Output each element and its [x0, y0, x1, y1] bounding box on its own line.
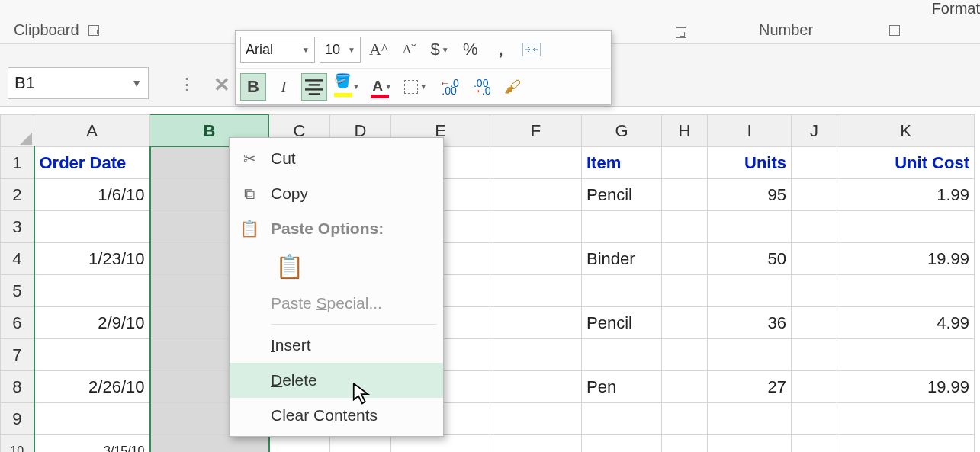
cell[interactable]: Binder: [582, 243, 662, 275]
cell[interactable]: [662, 339, 708, 371]
cell[interactable]: [662, 371, 708, 403]
cell[interactable]: [330, 435, 391, 453]
cell[interactable]: [490, 179, 582, 211]
clipboard-dialog-launcher[interactable]: [88, 25, 99, 36]
col-header-I[interactable]: I: [708, 115, 792, 147]
comma-format-button[interactable]: ,: [488, 36, 514, 63]
row-header[interactable]: 8: [1, 371, 34, 403]
cell[interactable]: [269, 435, 330, 453]
cell[interactable]: [792, 147, 837, 179]
fill-color-button[interactable]: 🪣 ▼: [332, 73, 364, 101]
cell[interactable]: [391, 435, 490, 453]
cell[interactable]: [837, 403, 975, 435]
borders-button[interactable]: ▼: [400, 73, 431, 101]
cell[interactable]: 3/15/10: [34, 435, 150, 453]
cell[interactable]: [34, 211, 150, 243]
cell[interactable]: 95: [708, 179, 792, 211]
cell[interactable]: 2/26/10: [34, 371, 150, 403]
cell[interactable]: [708, 275, 792, 307]
row-header[interactable]: 10: [1, 435, 34, 453]
cell[interactable]: Order Date: [34, 147, 150, 179]
bold-button[interactable]: B: [240, 73, 266, 101]
cell[interactable]: [490, 275, 582, 307]
cell[interactable]: Item: [582, 147, 662, 179]
cell[interactable]: [490, 403, 582, 435]
font-family-combo[interactable]: Arial ▼: [240, 37, 315, 63]
context-cut[interactable]: ✂ Cut: [230, 141, 443, 176]
cell[interactable]: 1/23/10: [34, 243, 150, 275]
accounting-format-button[interactable]: $▼: [427, 36, 453, 63]
cell[interactable]: 36: [708, 307, 792, 339]
cell[interactable]: 2/9/10: [34, 307, 150, 339]
merge-center-button[interactable]: [519, 36, 545, 63]
cell[interactable]: [490, 339, 582, 371]
cell[interactable]: [792, 211, 837, 243]
cell[interactable]: 19.99: [837, 371, 975, 403]
row-header[interactable]: 9: [1, 403, 34, 435]
cell[interactable]: [837, 435, 975, 453]
shrink-font-button[interactable]: Aˇ: [397, 36, 423, 63]
italic-button[interactable]: I: [271, 73, 297, 101]
cell[interactable]: [837, 339, 975, 371]
increase-decimal-button[interactable]: ←.0.00: [435, 73, 463, 101]
name-box[interactable]: B1 ▼: [8, 67, 149, 99]
cell[interactable]: 1/6/10: [34, 179, 150, 211]
cell[interactable]: 19.99: [837, 243, 975, 275]
cell[interactable]: [582, 435, 662, 453]
cell[interactable]: 50: [708, 243, 792, 275]
cell[interactable]: Unit Cost: [837, 147, 975, 179]
cell[interactable]: [582, 211, 662, 243]
cell[interactable]: [662, 403, 708, 435]
row-header[interactable]: 3: [1, 211, 34, 243]
cell[interactable]: [490, 147, 582, 179]
cell[interactable]: 27: [708, 371, 792, 403]
cell[interactable]: [490, 307, 582, 339]
cell[interactable]: [582, 403, 662, 435]
col-header-J[interactable]: J: [792, 115, 837, 147]
cell[interactable]: Pencil: [582, 179, 662, 211]
format-painter-button[interactable]: 🖌: [500, 73, 525, 101]
select-all-corner[interactable]: [1, 115, 34, 147]
col-header-K[interactable]: K: [837, 115, 975, 147]
cell[interactable]: [490, 211, 582, 243]
cell[interactable]: 1.99: [837, 179, 975, 211]
cell[interactable]: [490, 371, 582, 403]
center-align-button[interactable]: [301, 73, 327, 101]
cell[interactable]: [792, 403, 837, 435]
cell[interactable]: [708, 211, 792, 243]
cell[interactable]: [34, 403, 150, 435]
cell[interactable]: [837, 211, 975, 243]
cell[interactable]: 4.99: [837, 307, 975, 339]
col-header-H[interactable]: H: [662, 115, 708, 147]
context-delete[interactable]: Delete: [230, 363, 443, 398]
row-header[interactable]: 6: [1, 307, 34, 339]
percent-format-button[interactable]: %: [458, 36, 484, 63]
cell[interactable]: [582, 339, 662, 371]
cell[interactable]: [150, 435, 269, 453]
col-header-F[interactable]: F: [490, 115, 582, 147]
cell[interactable]: [792, 371, 837, 403]
cell[interactable]: [662, 179, 708, 211]
context-insert[interactable]: Insert: [230, 328, 443, 363]
cell[interactable]: Pen: [582, 371, 662, 403]
context-clear-contents[interactable]: Clear Contents: [230, 398, 443, 433]
cell[interactable]: [792, 179, 837, 211]
cell[interactable]: [34, 339, 150, 371]
font-color-button[interactable]: A ▼: [368, 73, 396, 101]
row-header[interactable]: 2: [1, 179, 34, 211]
cell[interactable]: [662, 243, 708, 275]
cell[interactable]: [792, 275, 837, 307]
cell[interactable]: [662, 211, 708, 243]
cell[interactable]: [662, 275, 708, 307]
cell[interactable]: [34, 275, 150, 307]
cell[interactable]: [708, 403, 792, 435]
number-dialog-launcher[interactable]: [889, 25, 900, 36]
cell[interactable]: [662, 307, 708, 339]
row-header[interactable]: 7: [1, 339, 34, 371]
cell[interactable]: [662, 435, 708, 453]
font-size-combo[interactable]: 10 ▼: [320, 37, 361, 63]
cell[interactable]: Units: [708, 147, 792, 179]
cell[interactable]: [792, 307, 837, 339]
cell[interactable]: [708, 435, 792, 453]
cell[interactable]: [792, 339, 837, 371]
